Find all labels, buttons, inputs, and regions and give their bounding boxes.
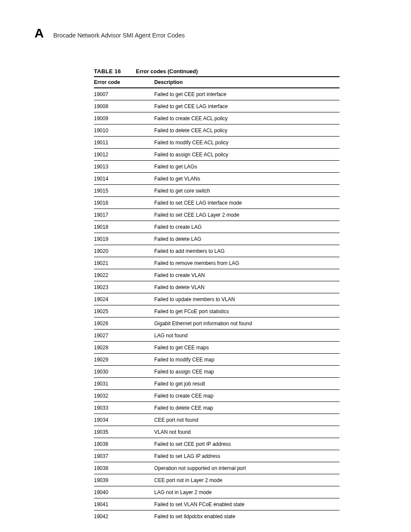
error-code-cell: 19010 <box>94 124 154 137</box>
error-code-cell: 19014 <box>94 173 154 185</box>
error-desc-cell: Failed to modify CEE map <box>154 354 339 366</box>
error-code-cell: 19033 <box>94 402 154 414</box>
col-header-code: Error code <box>94 77 154 88</box>
page: A Brocade Network Advisor SMI Agent Erro… <box>0 0 411 532</box>
table-row: 19023Failed to delete VLAN <box>94 281 339 293</box>
table-row: 19015Failed to get core switch <box>94 185 339 197</box>
error-code-cell: 19034 <box>94 414 154 426</box>
error-desc-cell: Failed to set CEE LAG interface mode <box>154 197 339 209</box>
appendix-letter: A <box>34 26 44 40</box>
table-row: 19039CEE port not in Layer 2 mode <box>94 474 339 486</box>
error-code-cell: 19009 <box>94 112 154 124</box>
error-desc-cell: Failed to get LAGs <box>154 161 339 173</box>
error-desc-cell: Failed to delete VLAN <box>154 281 339 293</box>
error-desc-cell: Failed to get CEE LAG interface <box>154 100 339 112</box>
table-row: 19041Failed to set VLAN FCoE enabled sta… <box>94 498 339 510</box>
error-desc-cell: CEE port not in Layer 2 mode <box>154 474 339 486</box>
error-code-cell: 19023 <box>94 281 154 293</box>
table-row: 19030Failed to assign CEE map <box>94 366 339 378</box>
error-code-cell: 19027 <box>94 330 154 342</box>
error-desc-cell: Failed to remove members from LAG <box>154 257 339 269</box>
error-code-cell: 19008 <box>94 100 154 112</box>
table-row: 19007Failed to get CEE port interface <box>94 88 339 100</box>
table-caption-label: TABLE 16 <box>94 68 121 75</box>
page-header-title: Brocade Network Advisor SMI Agent Error … <box>53 32 185 39</box>
table-header-row: Error code Description <box>94 77 339 88</box>
error-code-cell: 19030 <box>94 366 154 378</box>
table-caption-title: Error codes (Continued) <box>136 68 198 75</box>
error-codes-table-wrap: TABLE 16 Error codes (Continued) Error c… <box>94 67 339 522</box>
table-row: 19037Failed to set LAG IP address <box>94 450 339 462</box>
table-row: 19022Failed to create VLAN <box>94 269 339 281</box>
error-desc-cell: Failed to delete CEE ACL policy <box>154 124 339 137</box>
error-code-cell: 19031 <box>94 378 154 390</box>
error-desc-cell: Failed to get FCoE port statistics <box>154 305 339 317</box>
table-row: 19031Failed to get job result <box>94 378 339 390</box>
error-code-cell: 19038 <box>94 462 154 474</box>
error-desc-cell: Failed to create CEE map <box>154 390 339 402</box>
table-row: 19010Failed to delete CEE ACL policy <box>94 124 339 137</box>
error-desc-cell: Failed to update members to VLAN <box>154 293 339 305</box>
error-desc-cell: Failed to add members to LAG <box>154 245 339 257</box>
error-code-cell: 19021 <box>94 257 154 269</box>
table-row: 19013Failed to get LAGs <box>94 161 339 173</box>
table-row: 19011Failed to modify CEE ACL policy <box>94 137 339 149</box>
error-desc-cell: Failed to get VLANs <box>154 173 339 185</box>
error-code-cell: 19042 <box>94 510 154 523</box>
table-row: 19028Failed to get CEE maps <box>94 342 339 354</box>
error-desc-cell: Failed to set LAG IP address <box>154 450 339 462</box>
error-code-cell: 19015 <box>94 185 154 197</box>
error-code-cell: 19019 <box>94 233 154 245</box>
error-code-cell: 19026 <box>94 317 154 330</box>
table-row: 19042Failed to set lldpdcbx enabled stat… <box>94 510 339 523</box>
error-desc-cell: Failed to assign CEE ACL policy <box>154 149 339 161</box>
table-row: 19019Failed to delete LAG <box>94 233 339 245</box>
error-code-cell: 19032 <box>94 390 154 402</box>
table-row: 19033Failed to delete CEE map <box>94 402 339 414</box>
error-code-cell: 19007 <box>94 88 154 100</box>
error-desc-cell: Failed to get core switch <box>154 185 339 197</box>
error-desc-cell: Failed to get job result <box>154 378 339 390</box>
error-code-cell: 19025 <box>94 305 154 317</box>
error-codes-table: Error code Description 19007Failed to ge… <box>94 77 339 522</box>
error-code-cell: 19022 <box>94 269 154 281</box>
table-row: 19038Operation not supported on internal… <box>94 462 339 474</box>
error-desc-cell: LAG not found <box>154 330 339 342</box>
table-row: 19026Gigabit Ethernet port information n… <box>94 317 339 330</box>
table-row: 19009Failed to create CEE ACL policy <box>94 112 339 124</box>
error-desc-cell: Failed to set CEE LAG Layer 2 mode <box>154 209 339 221</box>
error-code-cell: 19040 <box>94 486 154 498</box>
table-caption: TABLE 16 Error codes (Continued) <box>94 67 339 77</box>
table-row: 19018Failed to create LAG <box>94 221 339 233</box>
error-code-cell: 19036 <box>94 438 154 450</box>
table-row: 19014Failed to get VLANs <box>94 173 339 185</box>
error-desc-cell: VLAN not found <box>154 426 339 438</box>
error-desc-cell: Failed to get CEE port interface <box>154 88 339 100</box>
error-desc-cell: Gigabit Ethernet port information not fo… <box>154 317 339 330</box>
error-desc-cell: Failed to delete LAG <box>154 233 339 245</box>
table-row: 19020Failed to add members to LAG <box>94 245 339 257</box>
table-row: 19017Failed to set CEE LAG Layer 2 mode <box>94 209 339 221</box>
error-desc-cell: Failed to set lldpdcbx enabled state <box>154 510 339 523</box>
error-desc-cell: Failed to set VLAN FCoE enabled state <box>154 498 339 510</box>
error-code-cell: 19041 <box>94 498 154 510</box>
table-row: 19032Failed to create CEE map <box>94 390 339 402</box>
table-row: 19035VLAN not found <box>94 426 339 438</box>
error-desc-cell: CEE port not found <box>154 414 339 426</box>
error-desc-cell: Failed to create LAG <box>154 221 339 233</box>
table-row: 19016Failed to set CEE LAG interface mod… <box>94 197 339 209</box>
table-row: 19040LAG not in Layer 2 mode <box>94 486 339 498</box>
table-row: 19027LAG not found <box>94 330 339 342</box>
page-header: A Brocade Network Advisor SMI Agent Erro… <box>34 26 377 40</box>
table-row: 19024Failed to update members to VLAN <box>94 293 339 305</box>
error-code-cell: 19018 <box>94 221 154 233</box>
table-row: 19025Failed to get FCoE port statistics <box>94 305 339 317</box>
error-desc-cell: Operation not supported on internal port <box>154 462 339 474</box>
error-code-cell: 19039 <box>94 474 154 486</box>
error-desc-cell: Failed to get CEE maps <box>154 342 339 354</box>
error-code-cell: 19013 <box>94 161 154 173</box>
table-row: 19029Failed to modify CEE map <box>94 354 339 366</box>
error-code-cell: 19037 <box>94 450 154 462</box>
error-desc-cell: Failed to delete CEE map <box>154 402 339 414</box>
error-code-cell: 19029 <box>94 354 154 366</box>
